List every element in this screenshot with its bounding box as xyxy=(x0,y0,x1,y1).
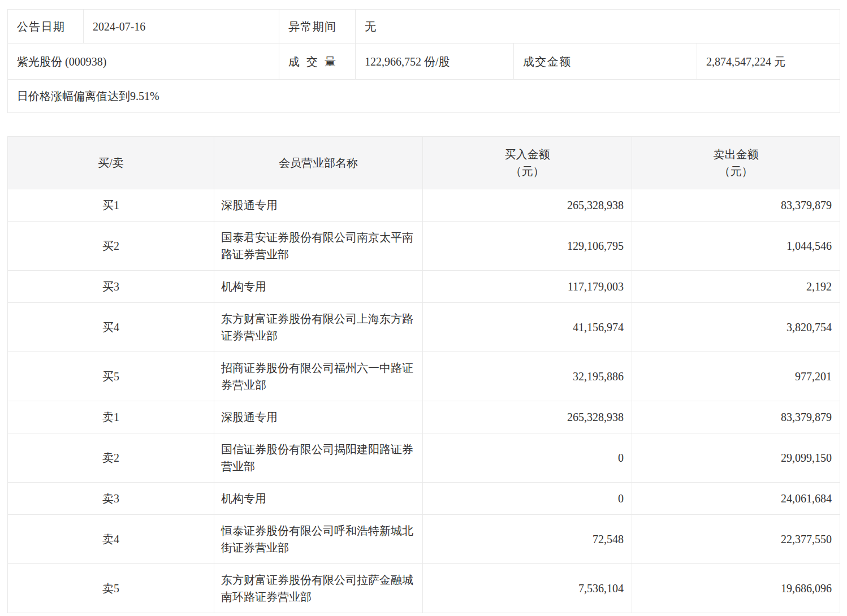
row-side: 买4 xyxy=(8,303,214,352)
summary-row-date: 公告日期 2024-07-16 异常期间 无 xyxy=(8,10,840,44)
abnormal-period-value: 无 xyxy=(356,10,840,44)
row-buy-amount: 32,195,886 xyxy=(423,352,632,401)
table-row: 买3 机构专用 117,179,003 2,192 xyxy=(8,271,840,303)
header-buy-amount: 买入金额 （元） xyxy=(423,137,632,189)
summary-row-stock: 紫光股份 (000938) 成交量 122,966,752 份/股 成交金额 2… xyxy=(8,44,840,80)
row-side: 买3 xyxy=(8,271,214,303)
header-buy-amount-line1: 买入金额 xyxy=(430,146,625,163)
row-side: 卖2 xyxy=(8,433,214,483)
row-branch: 东方财富证券股份有限公司拉萨金融城南环路证券营业部 xyxy=(214,564,423,613)
table-header-row: 买/卖 会员营业部名称 买入金额 （元） 卖出金额 （元） xyxy=(8,137,840,189)
row-side: 卖4 xyxy=(8,515,214,564)
table-row: 买4 东方财富证券股份有限公司上海东方路证券营业部 41,156,974 3,8… xyxy=(8,303,840,352)
table-row: 买5 招商证券股份有限公司福州六一中路证券营业部 32,195,886 977,… xyxy=(8,352,840,401)
row-branch: 深股通专用 xyxy=(214,401,423,433)
turnover-label-text: 成交金额 xyxy=(523,53,571,70)
row-side: 卖5 xyxy=(8,564,214,613)
row-sell-amount: 1,044,546 xyxy=(632,222,840,271)
table-row: 卖1 深股通专用 265,328,938 83,379,879 xyxy=(8,401,840,433)
row-buy-amount: 0 xyxy=(423,433,632,483)
turnover-label: 成交金额 xyxy=(514,44,697,80)
header-sell-amount-line2: （元） xyxy=(639,163,833,180)
row-branch: 招商证券股份有限公司福州六一中路证券营业部 xyxy=(214,352,423,401)
row-sell-amount: 19,686,096 xyxy=(632,564,840,613)
listing-reason: 日价格涨幅偏离值达到9.51% xyxy=(8,80,840,113)
row-side: 买1 xyxy=(8,189,214,222)
row-branch: 东方财富证券股份有限公司上海东方路证券营业部 xyxy=(214,303,423,352)
header-sell-amount: 卖出金额 （元） xyxy=(632,137,840,189)
summary-row-reason: 日价格涨幅偏离值达到9.51% xyxy=(8,80,840,113)
announcement-summary-table: 公告日期 2024-07-16 异常期间 无 紫光股份 (000938) 成交量… xyxy=(7,9,840,113)
row-sell-amount: 83,379,879 xyxy=(632,401,840,433)
row-buy-amount: 117,179,003 xyxy=(423,271,632,303)
row-branch: 恒泰证券股份有限公司呼和浩特新城北街证券营业部 xyxy=(214,515,423,564)
volume-label: 成交量 xyxy=(279,44,356,80)
row-branch: 深股通专用 xyxy=(214,189,423,222)
table-row: 买2 国泰君安证券股份有限公司南京太平南路证券营业部 129,106,795 1… xyxy=(8,222,840,271)
row-buy-amount: 72,548 xyxy=(423,515,632,564)
row-sell-amount: 29,099,150 xyxy=(632,433,840,483)
row-sell-amount: 2,192 xyxy=(632,271,840,303)
row-sell-amount: 977,201 xyxy=(632,352,840,401)
table-row: 卖4 恒泰证券股份有限公司呼和浩特新城北街证券营业部 72,548 22,377… xyxy=(8,515,840,564)
row-sell-amount: 24,061,684 xyxy=(632,483,840,515)
table-row: 卖3 机构专用 0 24,061,684 xyxy=(8,483,840,515)
row-sell-amount: 22,377,550 xyxy=(632,515,840,564)
announce-date-label: 公告日期 xyxy=(8,10,84,44)
header-branch: 会员营业部名称 xyxy=(214,137,423,189)
row-buy-amount: 129,106,795 xyxy=(423,222,632,271)
abnormal-period-label-text: 异常期间 xyxy=(288,18,336,35)
turnover-value: 2,874,547,224 元 xyxy=(697,44,840,80)
row-buy-amount: 7,536,104 xyxy=(423,564,632,613)
header-sell-amount-line1: 卖出金额 xyxy=(639,146,833,163)
table-row: 卖2 国信证券股份有限公司揭阳建阳路证券营业部 0 29,099,150 xyxy=(8,433,840,483)
row-buy-amount: 265,328,938 xyxy=(423,189,632,222)
row-buy-amount: 0 xyxy=(423,483,632,515)
announce-date-value: 2024-07-16 xyxy=(84,10,279,44)
row-branch: 机构专用 xyxy=(214,271,423,303)
row-side: 买5 xyxy=(8,352,214,401)
row-buy-amount: 265,328,938 xyxy=(423,401,632,433)
announce-date-label-text: 公告日期 xyxy=(17,18,64,35)
row-sell-amount: 83,379,879 xyxy=(632,189,840,222)
row-buy-amount: 41,156,974 xyxy=(423,303,632,352)
row-sell-amount: 3,820,754 xyxy=(632,303,840,352)
row-side: 买2 xyxy=(8,222,214,271)
volume-label-text: 成交量 xyxy=(288,53,336,70)
row-side: 卖1 xyxy=(8,401,214,433)
table-row: 买1 深股通专用 265,328,938 83,379,879 xyxy=(8,189,840,222)
header-buy-amount-line2: （元） xyxy=(430,163,625,180)
header-side: 买/卖 xyxy=(8,137,214,189)
row-branch: 国泰君安证券股份有限公司南京太平南路证券营业部 xyxy=(214,222,423,271)
row-branch: 国信证券股份有限公司揭阳建阳路证券营业部 xyxy=(214,433,423,483)
row-side: 卖3 xyxy=(8,483,214,515)
page: 公告日期 2024-07-16 异常期间 无 紫光股份 (000938) 成交量… xyxy=(0,0,847,613)
stock-name: 紫光股份 (000938) xyxy=(8,44,279,80)
abnormal-period-label: 异常期间 xyxy=(279,10,356,44)
row-branch: 机构专用 xyxy=(214,483,423,515)
volume-value: 122,966,752 份/股 xyxy=(356,44,514,80)
broker-seats-table: 买/卖 会员营业部名称 买入金额 （元） 卖出金额 （元） 买1 深股通专用 2… xyxy=(7,136,840,613)
table-row: 卖5 东方财富证券股份有限公司拉萨金融城南环路证券营业部 7,536,104 1… xyxy=(8,564,840,613)
